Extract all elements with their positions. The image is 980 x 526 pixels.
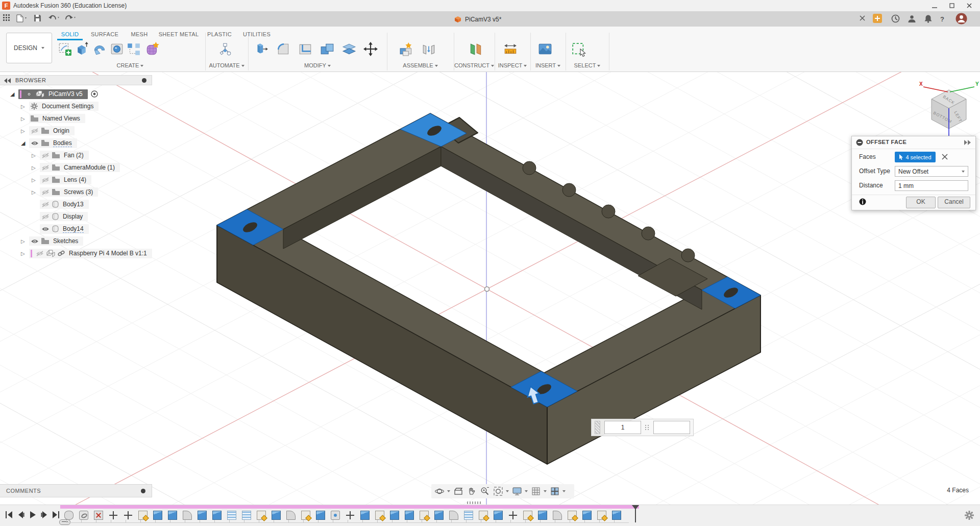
look-at-icon[interactable] [453, 486, 463, 496]
ok-button[interactable]: OK [906, 197, 936, 208]
extrude-icon[interactable] [75, 42, 89, 56]
timeline-feature-sketch-icon[interactable] [138, 511, 148, 520]
expand-arrow-icon[interactable]: ▷ [32, 153, 39, 158]
timeline-feature-sketch-icon[interactable] [257, 511, 266, 520]
browser-panel-display-dot[interactable] [142, 78, 146, 83]
timeline-feature-fillet-icon[interactable] [183, 511, 192, 520]
timeline-feature-extrude-icon[interactable] [212, 511, 222, 520]
visibility-eye-icon[interactable] [41, 214, 50, 220]
timeline-feature-link-icon[interactable] [79, 511, 88, 520]
timeline-feature-thread-icon[interactable] [464, 511, 473, 520]
expand-arrow-icon[interactable]: ▷ [32, 177, 39, 183]
group-label-construct[interactable]: CONSTRUCT [454, 62, 495, 68]
browser-item-screws-3[interactable]: ▷Screws (3) [32, 186, 98, 198]
timeline-feature-move-icon[interactable] [346, 511, 355, 520]
timeline-feature-body-icon[interactable] [64, 511, 74, 520]
browser-item-display[interactable]: Display [32, 211, 88, 222]
browser-item-fan-2[interactable]: ▷Fan (2) [32, 150, 89, 161]
browser-item-label[interactable]: Document Settings [42, 103, 93, 110]
timeline-feature-fillet-icon[interactable] [286, 511, 296, 520]
visibility-eye-icon[interactable] [41, 165, 50, 171]
collapse-arrow-icon[interactable]: ◢ [21, 140, 28, 147]
browser-item-label[interactable]: Bodies [53, 139, 72, 147]
group-label-select[interactable]: SELECT [566, 62, 609, 68]
revolve-icon[interactable] [92, 42, 107, 56]
file-menu-icon[interactable] [16, 14, 27, 23]
browser-item-body14[interactable]: Body14 [32, 223, 89, 234]
job-status-icon[interactable] [891, 14, 901, 23]
group-label-inspect[interactable]: INSPECT [495, 62, 530, 68]
select-tool-icon[interactable] [571, 42, 589, 59]
browser-panel-header[interactable]: BROWSER [0, 75, 152, 85]
collapse-arrow-icon[interactable]: ◢ [10, 91, 17, 98]
browser-item-sketches[interactable]: ▷Sketches [21, 235, 83, 247]
timeline-feature-move-icon[interactable] [109, 511, 118, 520]
timeline-feature-sketch-icon[interactable] [420, 511, 429, 520]
distance-input[interactable] [895, 180, 968, 191]
timeline-settings-gear-icon[interactable] [965, 511, 974, 520]
browser-item-label[interactable]: Fan (2) [64, 152, 84, 159]
visibility-eye-icon[interactable] [31, 128, 39, 134]
timeline-feature-extrude-icon[interactable] [390, 511, 399, 520]
profile-icon[interactable] [908, 14, 918, 23]
expand-arrow-icon[interactable]: ▷ [21, 238, 28, 244]
timeline-feature-extrude-icon[interactable] [153, 511, 162, 520]
go-to-start-button[interactable] [5, 511, 14, 519]
cancel-button[interactable]: Cancel [938, 197, 970, 208]
notifications-bell-icon[interactable] [924, 14, 934, 23]
group-label-assemble[interactable]: ASSEMBLE [387, 62, 454, 68]
timeline-feature-sketch-icon[interactable] [375, 511, 384, 520]
timeline-feature-extrude-icon[interactable] [582, 511, 592, 520]
expand-arrow-icon[interactable]: ▷ [21, 128, 28, 134]
timeline-feature-sketch-icon[interactable] [301, 511, 310, 520]
undo-icon[interactable] [48, 14, 58, 23]
redo-icon[interactable] [64, 14, 75, 23]
save-icon[interactable] [34, 14, 44, 23]
timeline-feature-sketch-icon[interactable] [479, 511, 488, 520]
timeline-feature-joint-icon[interactable] [331, 511, 340, 520]
dialog-collapse-icon[interactable] [856, 139, 863, 146]
model-front-left-face[interactable] [217, 225, 547, 464]
browser-item-label[interactable]: Named Views [42, 115, 80, 122]
visibility-eye-icon[interactable] [31, 238, 39, 244]
new-document-tab-icon[interactable] [873, 14, 883, 23]
group-label-insert[interactable]: INSERT [530, 62, 566, 68]
user-avatar[interactable] [955, 13, 966, 22]
grip-dots-icon[interactable] [645, 425, 649, 430]
browser-item-label[interactable]: Display [63, 213, 83, 220]
orbit-icon[interactable] [434, 486, 450, 496]
dialog-header[interactable]: OFFSET FACE [852, 136, 975, 149]
browser-item-label[interactable]: PiCamV3 v5 [48, 90, 83, 98]
group-label-create[interactable]: CREATE [55, 62, 205, 68]
help-icon[interactable]: ? [940, 15, 950, 25]
activate-component-radio[interactable] [91, 90, 98, 98]
shell-icon[interactable] [298, 42, 312, 56]
step-forward-button[interactable] [40, 511, 50, 519]
timeline-feature-extrude-icon[interactable] [316, 511, 325, 520]
expand-arrow-icon[interactable]: ▷ [32, 165, 39, 171]
minimize-button[interactable] [926, 0, 943, 11]
browser-item-bodies[interactable]: ◢Bodies [21, 137, 77, 149]
browser-item-raspberry-pi-4-model-b-v1-1[interactable]: ▷Raspberry Pi 4 Model B v1:1 [21, 248, 152, 259]
browser-item-label[interactable]: Body13 [63, 201, 84, 208]
close-document-tab-icon[interactable] [860, 14, 870, 23]
timeline-splitter-grip[interactable] [467, 501, 481, 504]
browser-item-label[interactable]: Body14 [63, 225, 84, 233]
construct-plane-icon[interactable] [469, 42, 483, 56]
timeline-feature-extrude-icon[interactable] [198, 511, 207, 520]
fit-view-icon[interactable] [493, 486, 509, 496]
browser-item-label[interactable]: Sketches [53, 237, 78, 245]
browser-item-lens-4[interactable]: ▷Lens (4) [32, 174, 91, 185]
timeline-feature-sketch-icon[interactable] [597, 511, 606, 520]
timeline-feature-extrude-icon[interactable] [405, 511, 414, 520]
timeline-feature-move-icon[interactable] [124, 511, 133, 520]
group-label-modify[interactable]: MODIFY [248, 62, 387, 68]
group-label-automate[interactable]: AUTOMATE [205, 62, 248, 68]
browser-item-label[interactable]: Raspberry Pi 4 Model B v1:1 [69, 250, 147, 257]
go-to-end-button[interactable] [52, 511, 61, 519]
document-tab[interactable]: PiCamV3 v5* [454, 14, 501, 25]
clear-selection-icon[interactable] [942, 154, 948, 160]
create-form-icon[interactable] [145, 42, 160, 56]
timeline-feature-extrude-icon[interactable] [168, 511, 177, 520]
visibility-eye-icon[interactable] [41, 177, 50, 183]
